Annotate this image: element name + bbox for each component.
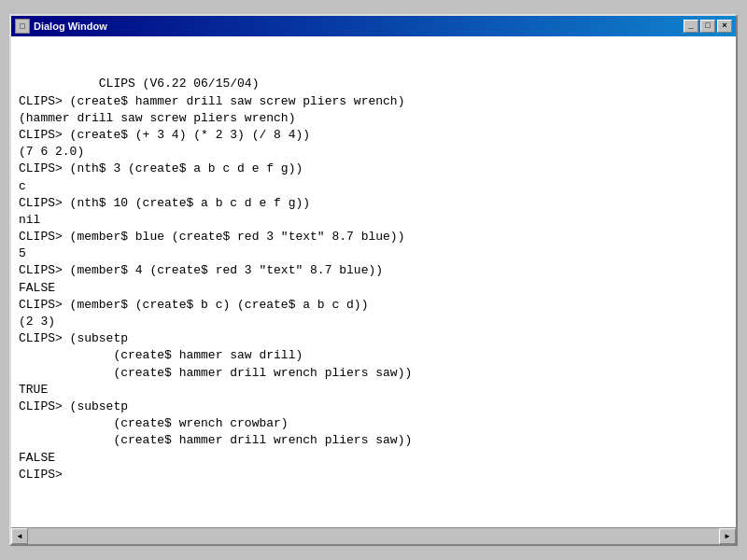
title-bar: □ Dialog Window _ □ × (11, 16, 736, 36)
terminal-line: CLIPS> (subsetp (19, 399, 728, 415)
terminal-line: CLIPS> (nth$ 3 (create$ a b c d e f g)) (19, 161, 728, 177)
terminal-line: CLIPS> (create$ hammer drill saw screw p… (19, 93, 728, 110)
terminal-line: (create$ hammer drill wrench pliers saw)… (19, 432, 728, 449)
terminal-line: FALSE (19, 450, 728, 467)
terminal-line: (create$ hammer saw drill) (19, 347, 728, 364)
terminal-line: (2 3) (19, 314, 728, 330)
minimize-button[interactable]: _ (684, 20, 698, 33)
terminal-line: CLIPS> (19, 467, 728, 483)
horizontal-scrollbar: ◄ ► (11, 527, 736, 544)
title-buttons: _ □ × (684, 20, 732, 33)
content-area: CLIPS (V6.22 06/15/04)CLIPS> (create$ ha… (11, 36, 736, 527)
terminal-line: (create$ hammer drill wrench pliers saw)… (19, 365, 728, 382)
title-bar-left: □ Dialog Window (15, 19, 107, 34)
close-button[interactable]: × (717, 20, 732, 33)
terminal-line: CLIPS> (create$ (+ 3 4) (* 2 3) (/ 8 4)) (19, 127, 728, 144)
dialog-window: □ Dialog Window _ □ × CLIPS (V6.22 06/15… (9, 14, 738, 546)
window-title: Dialog Window (34, 21, 107, 32)
scroll-left-button[interactable]: ◄ (11, 528, 28, 544)
terminal-line: c (19, 178, 728, 195)
terminal-line: (7 6 2.0) (19, 144, 728, 161)
window-icon: □ (15, 19, 30, 34)
terminal-line: (create$ wrench crowbar) (19, 415, 728, 432)
terminal-line: CLIPS> (subsetp (19, 330, 728, 347)
terminal-line: CLIPS> (nth$ 10 (create$ a b c d e f g)) (19, 195, 728, 212)
terminal-line: CLIPS> (member$ 4 (create$ red 3 "text" … (19, 262, 728, 279)
scroll-track[interactable] (28, 528, 719, 544)
terminal-line: (hammer drill saw screw pliers wrench) (19, 110, 728, 127)
restore-button[interactable]: □ (700, 20, 715, 33)
terminal-line: TRUE (19, 382, 728, 399)
terminal-line: nil (19, 212, 728, 229)
terminal-line: CLIPS> (member$ (create$ b c) (create$ a… (19, 297, 728, 314)
terminal-line: CLIPS> (member$ blue (create$ red 3 "tex… (19, 229, 728, 245)
terminal-header: CLIPS (V6.22 06/15/04) (19, 76, 728, 92)
scroll-right-button[interactable]: ► (719, 528, 736, 544)
terminal-line: 5 (19, 245, 728, 262)
terminal-output: CLIPS (V6.22 06/15/04)CLIPS> (create$ ha… (11, 36, 736, 527)
terminal-line: FALSE (19, 280, 728, 297)
